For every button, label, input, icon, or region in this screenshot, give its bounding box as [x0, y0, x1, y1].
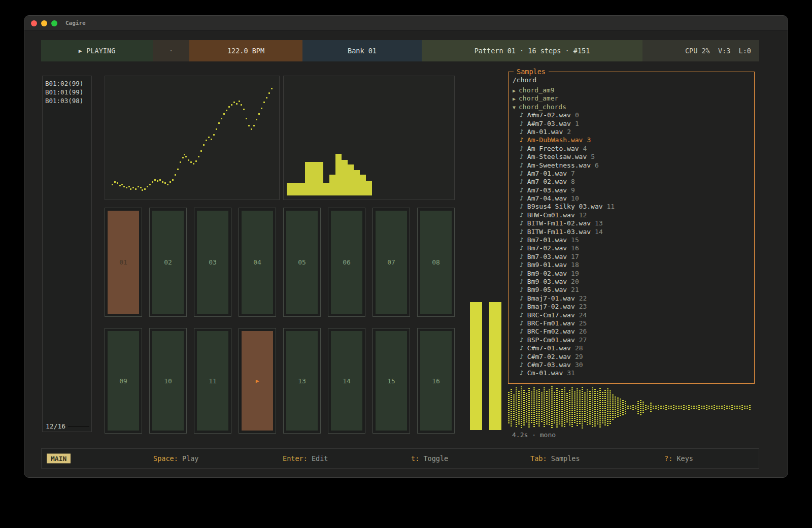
pad-10[interactable]: 10 — [149, 328, 187, 434]
sample-row[interactable]: ♪C#m7-03.wav30 — [509, 361, 754, 369]
sample-row[interactable]: ♪Am-Sweetness.wav6 — [509, 161, 754, 170]
waveform-column — [592, 387, 593, 427]
sample-row[interactable]: ♪A#m7-02.wav0 — [509, 111, 754, 119]
waveform-column — [526, 393, 527, 422]
pad-06[interactable]: 06 — [328, 208, 365, 317]
waveform-column — [612, 394, 614, 421]
sample-row[interactable]: ♪Am7-02.wav8 — [509, 178, 754, 186]
music-note-icon: ♪ — [520, 178, 524, 185]
waveform-column — [508, 392, 510, 423]
sample-row[interactable]: ♪BHW-Cm01.wav12 — [509, 211, 754, 219]
scatter-point — [135, 188, 137, 190]
pad-11[interactable]: 11 — [194, 328, 231, 434]
sample-row[interactable]: ♪BSP-Cm01.wav27 — [509, 336, 754, 344]
pad-label: 10 — [152, 331, 184, 431]
sample-row[interactable]: ♪Bm9-05.wav21 — [509, 286, 754, 294]
pad-playing-indicator: ▶ — [242, 331, 273, 431]
waveform-caption: 4.2s · mono — [512, 431, 556, 439]
pad-02[interactable]: 02 — [149, 208, 187, 317]
sample-row[interactable]: ♪Bm7-02.wav16 — [509, 244, 754, 252]
folder-row[interactable]: ▶chord_am9 — [509, 86, 754, 94]
sample-row[interactable]: ♪Am-Steelsaw.wav5 — [509, 153, 754, 161]
waveform-column — [665, 405, 667, 410]
waveform-column — [691, 406, 692, 409]
pad-05[interactable]: 05 — [283, 208, 321, 317]
pad-03[interactable]: 03 — [194, 208, 231, 317]
titlebar[interactable]: Cagire — [24, 16, 788, 31]
waveform-column — [714, 405, 715, 410]
item-name: BRC-Fm02.wav — [527, 327, 575, 335]
waveform-column — [536, 390, 537, 425]
sample-index: 31 — [567, 369, 575, 377]
sample-row[interactable]: ♪Am-Freeto.wav4 — [509, 145, 754, 153]
sample-index: 24 — [579, 311, 587, 319]
minimize-button[interactable] — [41, 20, 47, 26]
pad-13[interactable]: 13 — [283, 328, 321, 434]
sample-row[interactable]: ♪Am-01.wav2 — [509, 128, 754, 136]
scatter-point — [117, 182, 118, 184]
scatter-point — [233, 102, 235, 103]
sample-row[interactable]: ♪Am7-04.wav10 — [509, 194, 754, 203]
waveform-column — [528, 388, 530, 427]
pad-09[interactable]: 09 — [105, 328, 142, 434]
sample-row[interactable]: ♪Bm9-02.wav19 — [509, 270, 754, 278]
pad-16[interactable]: 16 — [417, 328, 455, 434]
scatter-point — [236, 103, 238, 105]
sample-row[interactable]: ♪Bmaj7-02.wav23 — [509, 303, 754, 311]
sample-row[interactable]: ♪Bmaj7-01.wav22 — [509, 294, 754, 303]
waveform-column — [734, 406, 735, 410]
pad-01[interactable]: 01 — [105, 208, 142, 317]
waveform-column — [538, 389, 540, 427]
scatter-point — [172, 179, 174, 181]
item-name: Am7-01.wav — [527, 170, 567, 177]
sample-row[interactable]: ♪BITW-Fm11-03.wav14 — [509, 228, 754, 236]
sample-row[interactable]: ♪Bm9-03.wav20 — [509, 278, 754, 286]
sample-row[interactable]: ♪Am7-01.wav7 — [509, 170, 754, 178]
waveform-column — [678, 406, 680, 409]
sample-row[interactable]: ♪Bm9-01.wav18 — [509, 261, 754, 269]
sample-row[interactable]: ♪Bm7-01.wav15 — [509, 236, 754, 244]
pitch-curve-chart — [105, 76, 280, 200]
scatter-point — [203, 144, 205, 146]
waveform-column — [655, 406, 657, 409]
pad-12[interactable]: ▶ — [239, 328, 276, 434]
sample-row[interactable]: ♪A#m7-03.wav1 — [509, 120, 754, 128]
music-note-icon: ♪ — [520, 294, 524, 302]
sample-index: 13 — [595, 219, 603, 227]
waveform-column — [518, 391, 520, 424]
music-note-icon: ♪ — [520, 344, 524, 352]
sample-row[interactable]: ♪Bm7-03.wav17 — [509, 253, 754, 261]
sample-row[interactable]: ♪BRC-Cm17.wav24 — [509, 311, 754, 319]
music-note-icon: ♪ — [520, 361, 524, 369]
waveform-column — [566, 393, 568, 422]
music-note-icon: ♪ — [520, 170, 524, 177]
sample-row[interactable]: ♪BRC-Fm02.wav26 — [509, 327, 754, 336]
folder-row[interactable]: ▶chord_amer — [509, 94, 754, 103]
pad-15[interactable]: 15 — [373, 328, 410, 434]
zoom-button[interactable] — [51, 20, 57, 26]
music-note-icon: ♪ — [520, 303, 524, 310]
folder-row[interactable]: ▼chord_chords — [509, 103, 754, 111]
sample-row[interactable]: ♪B9sus4 Silky 03.wav11 — [509, 203, 754, 211]
sample-row[interactable]: ♪C#m7-01.wav28 — [509, 344, 754, 352]
pad-14[interactable]: 14 — [328, 328, 365, 434]
sample-index: 21 — [571, 286, 579, 293]
scatter-point — [243, 109, 245, 110]
sample-row[interactable]: ♪BITW-Fm11-02.wav13 — [509, 219, 754, 227]
sample-row[interactable]: ♪Am-DubWash.wav3 — [509, 136, 754, 144]
close-button[interactable] — [31, 20, 37, 26]
waveform-column — [741, 405, 743, 411]
sample-row[interactable]: ♪BRC-Fm01.wav25 — [509, 319, 754, 327]
pad-08[interactable]: 08 — [417, 208, 455, 317]
waveform-column — [541, 392, 543, 423]
sample-row[interactable]: ♪Am7-03.wav9 — [509, 186, 754, 194]
hotkey-label: Edit — [308, 454, 328, 463]
scatter-point — [228, 106, 230, 108]
scatter-point — [177, 169, 179, 170]
pad-04[interactable]: 04 — [239, 208, 276, 317]
pad-label: 09 — [108, 331, 139, 431]
sample-row[interactable]: ♪Cm-01.wav31 — [509, 369, 754, 377]
music-note-icon: ♪ — [520, 327, 524, 335]
sample-row[interactable]: ♪C#m7-02.wav29 — [509, 353, 754, 361]
pad-07[interactable]: 07 — [373, 208, 410, 317]
